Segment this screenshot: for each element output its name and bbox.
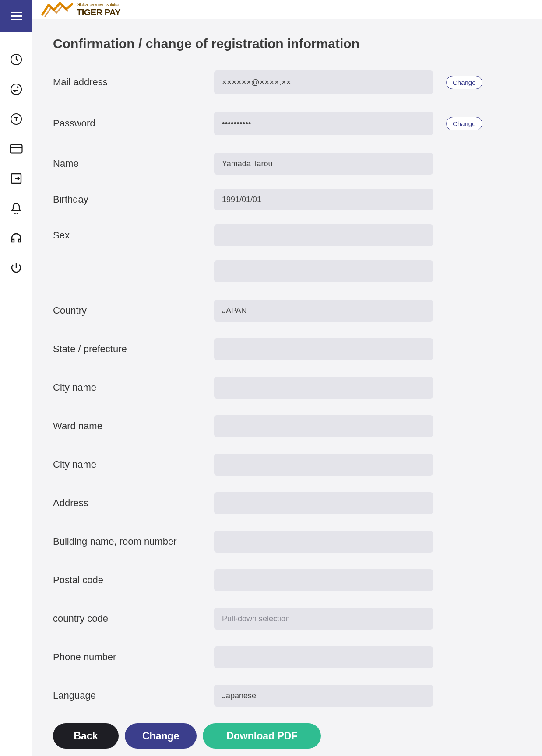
label-address: Address <box>53 497 214 509</box>
brand-name: TIGER PAY <box>77 8 120 17</box>
label-ward: Ward name <box>53 420 214 432</box>
brand-tagline: Global payment solution <box>77 3 120 7</box>
value-sex <box>214 224 433 246</box>
value-country: JAPAN <box>214 300 433 322</box>
label-city: City name <box>53 382 214 393</box>
tiger-icon <box>41 0 75 19</box>
topbar: Global payment solution TIGER PAY <box>32 0 542 19</box>
nav-exchange-icon[interactable] <box>10 83 23 96</box>
nav-withdraw-icon[interactable] <box>10 172 23 185</box>
label-birthday: Birthday <box>53 194 214 205</box>
label-mail: Mail address <box>53 77 214 88</box>
label-language: Language <box>53 690 214 701</box>
sidebar <box>0 0 32 756</box>
label-phone: Phone number <box>53 651 214 663</box>
value-password: •••••••••• <box>214 112 433 135</box>
label-name: Name <box>53 158 214 169</box>
svg-point-4 <box>11 84 21 94</box>
label-sex: Sex <box>53 230 214 241</box>
page-title: Confirmation / change of registration in… <box>53 36 524 51</box>
label-country: Country <box>53 305 214 316</box>
value-sex2 <box>214 260 433 282</box>
svg-rect-6 <box>11 145 22 153</box>
label-password: Password <box>53 118 214 129</box>
nav-power-icon[interactable] <box>10 261 23 274</box>
nav-tether-icon[interactable] <box>10 112 23 126</box>
brand-logo: Global payment solution TIGER PAY <box>41 0 120 19</box>
value-address <box>214 492 433 514</box>
label-building: Building name, room number <box>53 536 214 547</box>
value-building <box>214 531 433 553</box>
value-city2 <box>214 454 433 476</box>
back-button[interactable]: Back <box>53 723 119 749</box>
label-ccode: country code <box>53 613 214 624</box>
label-state: State / prefecture <box>53 343 214 355</box>
label-city2: City name <box>53 459 214 470</box>
change-button[interactable]: Change <box>125 723 197 749</box>
svg-rect-2 <box>11 19 22 20</box>
svg-rect-1 <box>11 15 22 17</box>
nav-bell-icon[interactable] <box>10 202 23 215</box>
change-mail-button[interactable]: Change <box>446 76 482 89</box>
value-ward <box>214 415 433 437</box>
menu-toggle[interactable] <box>0 0 32 32</box>
download-pdf-button[interactable]: Download PDF <box>203 723 321 749</box>
value-language: Japanese <box>214 685 433 707</box>
value-phone <box>214 646 433 668</box>
value-postal <box>214 569 433 591</box>
value-birthday: 1991/01/01 <box>214 189 433 210</box>
change-password-button[interactable]: Change <box>446 117 482 130</box>
value-ccode[interactable]: Pull-down selection <box>214 608 433 630</box>
svg-rect-0 <box>11 12 22 13</box>
value-state <box>214 338 433 360</box>
nav-card-icon[interactable] <box>10 142 23 155</box>
nav-headset-icon[interactable] <box>10 231 23 245</box>
value-name: Yamada Tarou <box>214 153 433 175</box>
value-city <box>214 377 433 399</box>
hamburger-icon <box>11 12 22 21</box>
value-mail: ××××××@××××.×× <box>214 70 433 94</box>
nav-clock-icon[interactable] <box>10 53 23 66</box>
label-postal: Postal code <box>53 574 214 586</box>
